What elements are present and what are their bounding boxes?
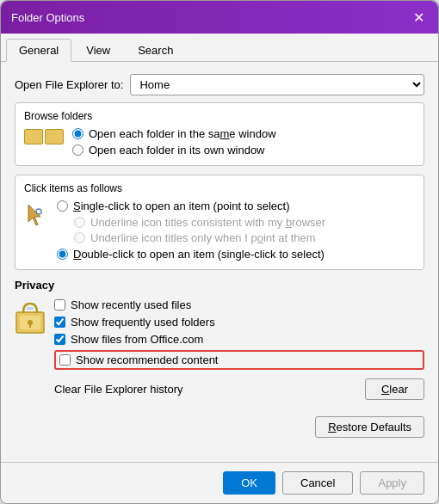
footer: OK Cancel Apply <box>1 462 438 503</box>
restore-defaults-button[interactable]: Restore Defaults <box>315 416 424 438</box>
show-recommended-row: Show recommended content <box>54 350 424 370</box>
dialog-title: Folder Options <box>11 11 84 24</box>
show-recommended-label: Show recommended content <box>76 353 218 366</box>
show-frequent-label: Show frequently used folders <box>71 316 215 329</box>
browse-visual-row: Open each folder in the same window Open… <box>24 127 415 157</box>
clear-button[interactable]: Clear <box>365 378 424 400</box>
cursor-icon <box>24 203 48 230</box>
browse-option-1-label: Open each folder in the same window <box>89 127 276 140</box>
privacy-section: Privacy Show recently used fil <box>15 279 424 438</box>
browse-folders-section: Browse folders Open each folder in the s… <box>15 102 424 166</box>
double-click-option[interactable]: Double-click to open an item (single-cli… <box>57 248 325 261</box>
click-items-section: Click items as follows Single-click to o… <box>15 175 424 270</box>
click-items-header: Click items as follows <box>24 182 415 194</box>
folder-icon-1 <box>24 129 43 144</box>
show-office-option[interactable]: Show files from Office.com <box>54 333 424 346</box>
underline-browser-option[interactable]: Underline icon titles consistent with my… <box>74 216 325 229</box>
open-explorer-row: Open File Explorer to: Home This PC Quic… <box>15 74 424 95</box>
privacy-icon <box>15 300 46 331</box>
show-recent-label: Show recently used files <box>71 298 191 311</box>
svg-rect-5 <box>27 307 34 310</box>
single-click-suboptions: Underline icon titles consistent with my… <box>57 216 325 244</box>
underline-point-label: Underline icon titles only when I point … <box>90 231 316 244</box>
apply-button[interactable]: Apply <box>360 471 424 495</box>
history-row: Clear File Explorer history Clear <box>54 378 424 400</box>
title-bar: Folder Options ✕ <box>1 1 438 34</box>
click-options: Single-click to open an item (point to s… <box>57 200 325 261</box>
show-recommended-checkbox[interactable] <box>59 354 71 366</box>
svg-point-0 <box>36 209 41 214</box>
browse-radio-group: Open each folder in the same window Open… <box>72 127 276 157</box>
browse-option-1[interactable]: Open each folder in the same window <box>72 127 276 140</box>
folder-icons <box>24 129 64 144</box>
show-frequent-option[interactable]: Show frequently used folders <box>54 316 424 329</box>
folder-icon-2 <box>45 129 64 144</box>
tab-bar: General View Search <box>1 34 438 62</box>
underline-point-option[interactable]: Underline icon titles only when I point … <box>74 231 325 244</box>
privacy-content: Show recently used files Show frequently… <box>15 298 424 438</box>
single-click-option[interactable]: Single-click to open an item (point to s… <box>57 200 325 212</box>
clear-history-label: Clear File Explorer history <box>54 383 183 396</box>
ok-button[interactable]: OK <box>223 471 275 495</box>
click-visual-row: Single-click to open an item (point to s… <box>24 200 415 261</box>
browse-folders-header: Browse folders <box>24 110 415 122</box>
tab-view[interactable]: View <box>73 39 123 61</box>
close-button[interactable]: ✕ <box>409 8 428 27</box>
underline-browser-label: Underline icon titles consistent with my… <box>90 216 325 229</box>
restore-row: Restore Defaults <box>54 409 424 438</box>
cancel-button[interactable]: Cancel <box>282 471 353 495</box>
privacy-header: Privacy <box>15 279 424 292</box>
privacy-options: Show recently used files Show frequently… <box>54 298 424 438</box>
show-recent-option[interactable]: Show recently used files <box>54 298 424 311</box>
double-click-label: Double-click to open an item (single-cli… <box>73 248 325 261</box>
show-office-label: Show files from Office.com <box>71 333 203 346</box>
single-click-label: Single-click to open an item (point to s… <box>73 200 289 212</box>
open-explorer-select[interactable]: Home This PC Quick access <box>130 74 424 95</box>
folder-options-dialog: Folder Options ✕ General View Search Ope… <box>0 0 439 504</box>
browse-option-2[interactable]: Open each folder in its own window <box>72 144 276 157</box>
open-explorer-label: Open File Explorer to: <box>15 78 123 91</box>
browse-option-2-label: Open each folder in its own window <box>89 144 265 157</box>
tab-search[interactable]: Search <box>125 39 186 61</box>
tab-general[interactable]: General <box>6 39 71 62</box>
tab-content: Open File Explorer to: Home This PC Quic… <box>1 62 438 462</box>
